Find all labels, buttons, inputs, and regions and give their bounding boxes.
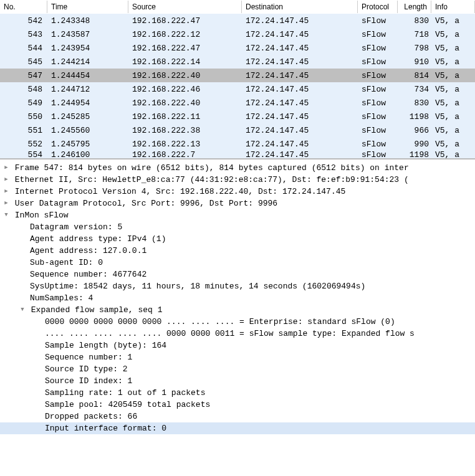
cell-source: 192.168.222.40 [128,70,242,82]
cell-source: 192.168.222.14 [128,56,242,68]
packet-list-pane: No. Time Source Destination Protocol Len… [0,0,475,159]
cell-no: 544 [0,42,47,54]
cell-length: 734 [398,83,431,95]
col-header-protocol[interactable]: Protocol [358,1,398,13]
cell-source: 192.168.222.13 [128,138,242,150]
chevron-right-icon: ▶ [2,186,10,198]
cell-protocol: sFlow [358,97,398,109]
packet-row[interactable]: 5481.244712192.168.222.46172.24.147.45sF… [0,82,475,96]
chevron-right-icon: ▶ [2,198,10,209]
tree-seq-num-2[interactable]: Sequence number: 1 [0,351,475,363]
cell-no: 542 [0,15,47,27]
tree-sampling-rate[interactable]: Sampling rate: 1 out of 1 packets [0,387,475,399]
tree-udp-label: User Datagram Protocol, Src Port: 9996, … [15,199,277,208]
tree-sflow[interactable]: ▼ InMon sFlow [0,209,475,221]
cell-info: V5, a [431,56,475,68]
tree-ethernet[interactable]: ▶ Ethernet II, Src: HewlettP_e8:ca:77 (4… [0,174,475,186]
tree-agent-addr-type[interactable]: Agent address type: IPv4 (1) [0,233,475,245]
cell-no: 554 [0,151,47,158]
packet-row[interactable]: 5511.245560192.168.222.38172.24.147.45sF… [0,123,475,137]
cell-time: 1.244954 [47,97,128,109]
cell-length: 830 [398,15,431,27]
cell-info: V5, a [431,97,475,109]
chevron-down-icon: ▼ [19,304,26,316]
cell-source: 192.168.222.46 [128,83,242,95]
packet-row[interactable]: 5521.245795192.168.222.13172.24.147.45sF… [0,137,475,151]
cell-length: 990 [398,138,431,150]
cell-length: 1198 [398,151,431,158]
tree-udp[interactable]: ▶ User Datagram Protocol, Src Port: 9996… [0,198,475,209]
cell-no: 543 [0,29,47,40]
tree-frame-label: Frame 547: 814 bytes on wire (6512 bits)… [15,163,409,173]
tree-sflow-label: InMon sFlow [15,211,69,220]
tree-dropped[interactable]: Dropped packets: 66 [0,411,475,422]
cell-destination: 172.24.147.45 [242,138,358,150]
cell-source: 192.168.222.47 [128,42,242,54]
tree-sample-length[interactable]: Sample length (byte): 164 [0,340,475,351]
cell-protocol: sFlow [358,15,398,27]
cell-time: 1.244712 [47,83,128,95]
cell-destination: 172.24.147.45 [242,15,358,27]
cell-length: 966 [398,125,431,136]
col-header-destination[interactable]: Destination [242,1,358,13]
tree-sample-pool[interactable]: Sample pool: 4205459 total packets [0,399,475,411]
cell-time: 1.245560 [47,125,128,136]
cell-time: 1.245285 [47,111,128,123]
tree-numsamples[interactable]: NumSamples: 4 [0,292,475,304]
col-header-source[interactable]: Source [128,1,242,13]
cell-time: 1.246100 [47,151,128,158]
cell-no: 550 [0,111,47,123]
packet-row[interactable]: 5491.244954192.168.222.40172.24.147.45sF… [0,96,475,110]
tree-eth-label: Ethernet II, Src: HewlettP_e8:ca:77 (44:… [15,175,409,184]
col-header-length[interactable]: Length [398,1,431,13]
packet-row[interactable]: 5421.243348192.168.222.47172.24.147.45sF… [0,14,475,27]
cell-destination: 172.24.147.45 [242,29,358,40]
packet-row[interactable]: 5541.246100192.168.222.7172.24.147.45sFl… [0,151,475,158]
tree-enterprise[interactable]: 0000 0000 0000 0000 0000 .... .... .... … [0,316,475,328]
cell-destination: 172.24.147.45 [242,42,358,54]
cell-destination: 172.24.147.45 [242,125,358,136]
tree-sub-agent[interactable]: Sub-agent ID: 0 [0,257,475,269]
cell-source: 192.168.222.11 [128,111,242,123]
cell-length: 798 [398,42,431,54]
cell-time: 1.243954 [47,42,128,54]
cell-time: 1.244454 [47,70,128,82]
packet-row[interactable]: 5431.243587192.168.222.12172.24.147.45sF… [0,27,475,41]
tree-sample-type[interactable]: .... .... .... .... .... 0000 0000 0011 … [0,328,475,340]
packet-row[interactable]: 5451.244214192.168.222.14172.24.147.45sF… [0,55,475,69]
cell-info: V5, a [431,125,475,136]
chevron-right-icon: ▶ [2,162,10,174]
packet-row[interactable]: 5471.244454192.168.222.40172.24.147.45sF… [0,69,475,82]
tree-input-interface[interactable]: Input interface format: 0 [0,422,475,434]
packet-row[interactable]: 5441.243954192.168.222.47172.24.147.45sF… [0,41,475,55]
cell-destination: 172.24.147.45 [242,56,358,68]
cell-protocol: sFlow [358,70,398,82]
cell-protocol: sFlow [358,83,398,95]
tree-ip[interactable]: ▶ Internet Protocol Version 4, Src: 192.… [0,186,475,198]
cell-destination: 172.24.147.45 [242,70,358,82]
cell-protocol: sFlow [358,151,398,158]
cell-info: V5, a [431,29,475,40]
cell-time: 1.243348 [47,15,128,27]
cell-info: V5, a [431,15,475,27]
tree-agent-addr[interactable]: Agent address: 127.0.0.1 [0,245,475,257]
tree-source-id-type[interactable]: Source ID type: 2 [0,363,475,375]
tree-sequence-number[interactable]: Sequence number: 4677642 [0,269,475,280]
packet-details-pane: ▶ Frame 547: 814 bytes on wire (6512 bit… [0,159,475,437]
cell-no: 547 [0,70,47,82]
tree-frame[interactable]: ▶ Frame 547: 814 bytes on wire (6512 bit… [0,162,475,174]
cell-source: 192.168.222.38 [128,125,242,136]
col-header-no[interactable]: No. [0,1,47,13]
packet-row[interactable]: 5501.245285192.168.222.11172.24.147.45sF… [0,110,475,123]
tree-datagram-version[interactable]: Datagram version: 5 [0,221,475,233]
tree-expanded-sample[interactable]: ▼ Expanded flow sample, seq 1 [0,304,475,316]
cell-info: V5, a [431,151,475,158]
col-header-time[interactable]: Time [47,1,128,13]
tree-source-id-index[interactable]: Source ID index: 1 [0,375,475,387]
cell-info: V5, a [431,83,475,95]
cell-no: 549 [0,97,47,109]
cell-no: 551 [0,125,47,136]
packet-list-header[interactable]: No. Time Source Destination Protocol Len… [0,0,475,14]
tree-sysuptime[interactable]: SysUptime: 18542 days, 11 hours, 18 minu… [0,280,475,292]
col-header-info[interactable]: Info [431,1,475,13]
